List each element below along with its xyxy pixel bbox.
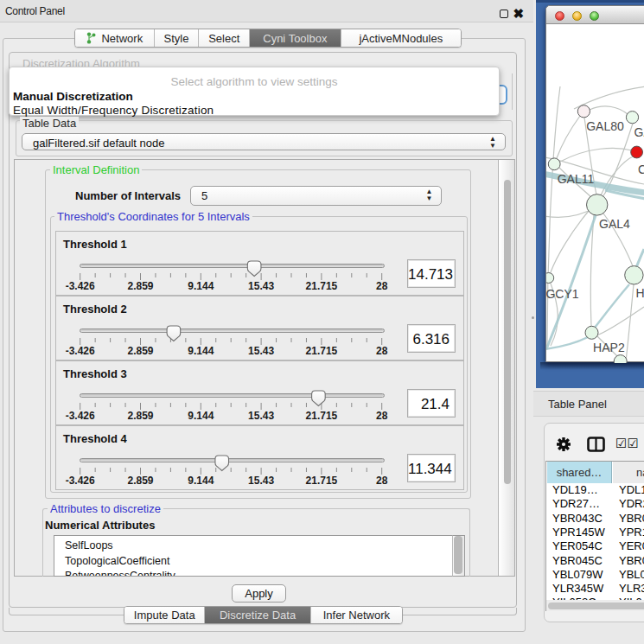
svg-text:CA: CA [638, 163, 644, 176]
svg-text:GAL80: GAL80 [586, 119, 624, 133]
svg-text:GAL4: GAL4 [599, 217, 630, 231]
svg-text:GAL11: GAL11 [558, 172, 595, 186]
svg-text:GCY1: GCY1 [546, 287, 579, 301]
svg-text:GA: GA [634, 125, 644, 139]
svg-text:HAP2: HAP2 [593, 341, 625, 354]
svg-text:HI: HI [636, 286, 644, 300]
